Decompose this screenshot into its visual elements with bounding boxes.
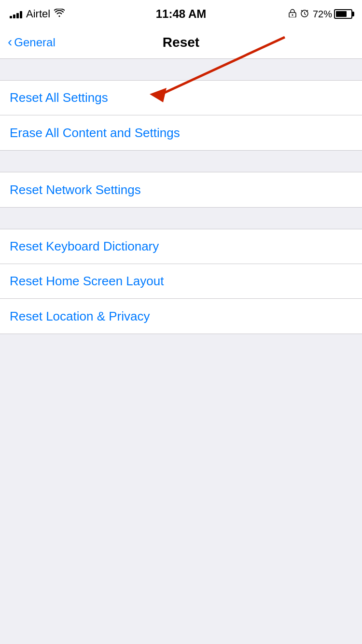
back-label: General: [14, 36, 55, 49]
nav-bar: ‹ General Reset: [0, 26, 362, 59]
reset-location-privacy-label: Reset Location & Privacy: [10, 309, 150, 324]
battery-container: 72%: [313, 9, 352, 20]
signal-bar-3: [16, 13, 19, 18]
svg-point-1: [292, 14, 293, 15]
battery-icon: [334, 9, 352, 19]
reset-home-screen-layout-label: Reset Home Screen Layout: [10, 274, 164, 289]
bottom-area: [0, 334, 362, 527]
battery-fill: [336, 11, 347, 17]
reset-all-settings-item[interactable]: Reset All Settings: [0, 81, 362, 115]
section-gap-1: [0, 59, 362, 80]
list-group-1: Reset All Settings Erase All Content and…: [0, 80, 362, 151]
reset-all-settings-label: Reset All Settings: [10, 90, 108, 105]
reset-keyboard-dictionary-label: Reset Keyboard Dictionary: [10, 239, 159, 254]
section-gap-2: [0, 151, 362, 172]
back-button[interactable]: ‹ General: [8, 36, 56, 49]
wifi-icon: [54, 9, 65, 20]
erase-all-content-label: Erase All Content and Settings: [10, 126, 180, 140]
status-left: Airtel: [10, 8, 65, 20]
signal-bar-1: [10, 16, 12, 18]
reset-keyboard-dictionary-item[interactable]: Reset Keyboard Dictionary: [0, 229, 362, 264]
status-bar: Airtel 11:48 AM 7: [0, 0, 362, 26]
page-title: Reset: [163, 35, 199, 50]
back-chevron-icon: ‹: [8, 35, 12, 49]
signal-bar-4: [20, 11, 22, 18]
lock-icon: [289, 9, 296, 20]
section-gap-3: [0, 208, 362, 229]
signal-bar-2: [13, 14, 15, 18]
reset-network-settings-label: Reset Network Settings: [10, 182, 141, 197]
reset-home-screen-layout-item[interactable]: Reset Home Screen Layout: [0, 264, 362, 299]
reset-location-privacy-item[interactable]: Reset Location & Privacy: [0, 299, 362, 334]
alarm-icon: [300, 9, 309, 20]
erase-all-content-item[interactable]: Erase All Content and Settings: [0, 115, 362, 150]
list-group-3: Reset Keyboard Dictionary Reset Home Scr…: [0, 229, 362, 334]
reset-network-settings-item[interactable]: Reset Network Settings: [0, 172, 362, 207]
carrier-name: Airtel: [26, 8, 50, 20]
list-group-2: Reset Network Settings: [0, 172, 362, 208]
signal-bars-icon: [10, 10, 22, 18]
battery-percentage: 72%: [313, 9, 332, 20]
status-time: 11:48 AM: [156, 7, 206, 21]
status-right: 72%: [289, 9, 352, 20]
